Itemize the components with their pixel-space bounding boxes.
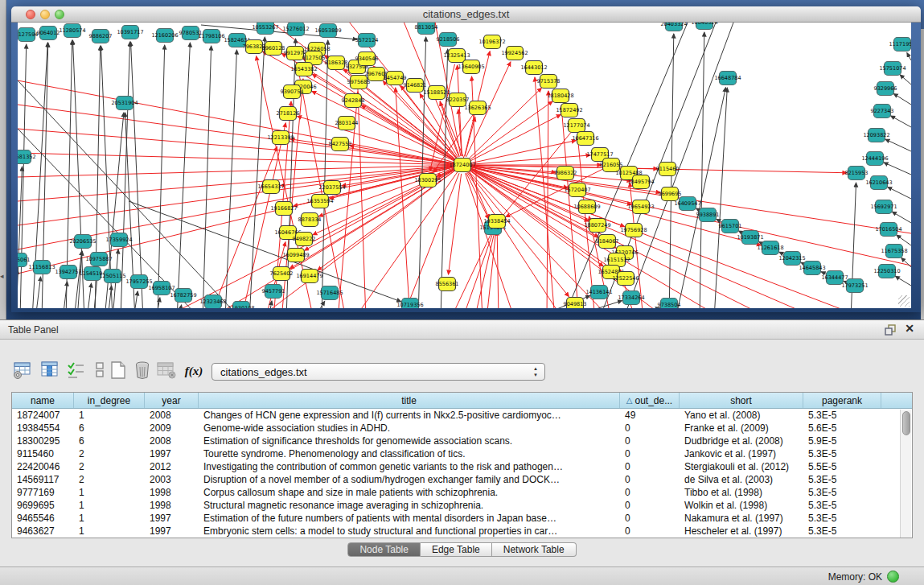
table-cell[interactable]: Wolkin et al. (1998) bbox=[680, 500, 803, 511]
column-header-in_degree[interactable]: in_degree bbox=[74, 393, 145, 408]
graph-node[interactable]: 11171954 bbox=[889, 38, 911, 51]
graph-node[interactable]: 12444196 bbox=[861, 152, 888, 166]
table-cell[interactable]: 0 bbox=[620, 474, 680, 485]
new-column-icon[interactable] bbox=[107, 360, 129, 382]
table-cell[interactable]: 1 bbox=[74, 500, 145, 511]
table-row[interactable]: 1830029562008Estimation of significance … bbox=[12, 435, 912, 447]
delete-column-icon[interactable] bbox=[131, 360, 154, 382]
minimize-button[interactable] bbox=[40, 10, 50, 19]
graph-node[interactable]: 9390754 bbox=[281, 85, 304, 99]
graph-node[interactable]: 5975685 bbox=[347, 76, 371, 89]
table-cell[interactable]: 1998 bbox=[145, 487, 199, 498]
table-cell[interactable]: 1997 bbox=[145, 448, 199, 459]
graph-node[interactable]: 18180428 bbox=[547, 89, 573, 103]
graph-node[interactable]: 16053809 bbox=[314, 24, 341, 38]
graph-node[interactable]: 15751074 bbox=[879, 62, 906, 76]
graph-node[interactable]: 9886207 bbox=[89, 30, 113, 43]
table-cell[interactable]: 5.3E-5 bbox=[803, 410, 881, 421]
graph-node[interactable]: 10719356 bbox=[396, 299, 423, 309]
table-cell[interactable]: 1 bbox=[74, 410, 145, 421]
graph-node[interactable]: 7986322 bbox=[554, 167, 577, 180]
window-titlebar[interactable]: citations_edges.txt bbox=[11, 6, 921, 23]
graph-node[interactable]: 19166827 bbox=[270, 202, 297, 216]
graph-node[interactable]: 9715378 bbox=[537, 75, 561, 89]
graph-node[interactable]: 9064012 bbox=[37, 27, 60, 40]
graph-node[interactable]: 11675358 bbox=[881, 245, 907, 258]
column-header-year[interactable]: year bbox=[145, 393, 199, 408]
graph-node[interactable]: 9184067 bbox=[596, 235, 619, 249]
table-cell[interactable]: 1998 bbox=[145, 500, 199, 511]
float-panel-icon[interactable] bbox=[884, 323, 897, 336]
graph-node[interactable]: 20403324 bbox=[660, 23, 687, 31]
graph-node[interactable]: 16654337 bbox=[257, 180, 284, 194]
table-cell[interactable]: 2009 bbox=[145, 422, 199, 434]
table-cell[interactable]: 0 bbox=[620, 461, 680, 472]
graph-node[interactable]: 10196372 bbox=[478, 35, 505, 49]
table-row[interactable]: 911546021997Tourette syndrome. Phenomeno… bbox=[12, 447, 912, 460]
table-cell[interactable]: 0 bbox=[620, 448, 680, 459]
column-header-title[interactable]: title bbox=[199, 393, 620, 408]
table-mode-icon[interactable] bbox=[11, 360, 34, 382]
table-cell[interactable]: Yano et al. (2008) bbox=[680, 410, 803, 421]
graph-node[interactable]: 11156813 bbox=[28, 261, 55, 274]
table-cell[interactable]: 5.6E-5 bbox=[803, 422, 881, 434]
graph-node[interactable]: 18807249 bbox=[584, 219, 610, 233]
graph-node[interactable]: 15716485 bbox=[316, 286, 343, 300]
graph-node[interactable]: 9218506 bbox=[437, 33, 460, 47]
table-cell[interactable]: 0 bbox=[620, 435, 680, 447]
graph-node[interactable]: 11280574 bbox=[59, 24, 85, 38]
graph-node[interactable]: 8427552 bbox=[329, 138, 352, 151]
memory-status-indicator[interactable] bbox=[887, 571, 899, 583]
graph-node[interactable]: 9049813 bbox=[564, 298, 587, 309]
table-cell[interactable]: Changes of HCN gene expression and I(f) … bbox=[199, 410, 620, 421]
graph-node[interactable]: 10553267 bbox=[252, 23, 278, 35]
graph-node[interactable]: 13942757 bbox=[55, 266, 81, 279]
table-cell[interactable]: 14569117 bbox=[12, 474, 74, 485]
table-cell[interactable]: 5.9E-5 bbox=[803, 435, 881, 447]
select-all-icon[interactable] bbox=[64, 360, 87, 382]
table-cell[interactable]: 5.5E-5 bbox=[803, 461, 881, 472]
table-scrollbar[interactable] bbox=[900, 410, 911, 538]
tab-edge-table[interactable]: Edge Table bbox=[421, 542, 492, 557]
graph-node[interactable]: 9498222 bbox=[293, 233, 316, 246]
tab-node-table[interactable]: Node Table bbox=[347, 542, 421, 557]
graph-node[interactable]: 2803144 bbox=[335, 117, 359, 130]
table-cell[interactable]: 1997 bbox=[145, 525, 199, 537]
close-panel-icon[interactable]: ✕ bbox=[905, 322, 914, 335]
graph-node[interactable]: 9329966 bbox=[874, 82, 897, 96]
table-cell[interactable]: 0 bbox=[620, 500, 680, 511]
graph-node[interactable]: 8127594 bbox=[18, 28, 38, 42]
table-cell[interactable]: 22420046 bbox=[12, 461, 74, 472]
table-cell[interactable]: 2008 bbox=[145, 410, 199, 421]
table-cell[interactable]: 5.3E-5 bbox=[803, 513, 881, 524]
graph-node[interactable]: 17973251 bbox=[841, 279, 868, 293]
table-cell[interactable]: 5.3E-5 bbox=[803, 500, 881, 511]
table-cell[interactable]: 9699695 bbox=[12, 500, 74, 511]
table-row[interactable]: 1872400712008Changes of HCN gene express… bbox=[12, 409, 912, 422]
table-cell[interactable]: 5.3E-5 bbox=[803, 474, 881, 485]
close-button[interactable] bbox=[26, 10, 35, 19]
graph-node[interactable]: 8215953 bbox=[845, 167, 869, 180]
graph-node[interactable]: 8878334 bbox=[298, 213, 322, 227]
graph-node[interactable]: 8813054 bbox=[415, 23, 438, 35]
table-selector-dropdown[interactable]: citations_edges.txt ▲ ▼ bbox=[211, 363, 545, 381]
table-cell[interactable]: Tourette syndrome. Phenomenology and cla… bbox=[199, 448, 620, 459]
table-cell[interactable]: 1 bbox=[74, 513, 145, 524]
table-cell[interactable]: 2 bbox=[74, 461, 145, 472]
table-row[interactable]: 969969511998Structural magnetic resonanc… bbox=[12, 499, 912, 512]
table-cell[interactable]: Dudbridge et al. (2008) bbox=[680, 435, 803, 447]
graph-node[interactable]: 16443012 bbox=[520, 61, 547, 75]
table-cell[interactable]: 9777169 bbox=[12, 487, 74, 498]
table-cell[interactable]: 9463627 bbox=[12, 525, 74, 537]
column-header-out_de[interactable]: △out_de... bbox=[620, 393, 680, 408]
graph-node[interactable]: 5938891 bbox=[696, 208, 720, 222]
network-canvas[interactable]: 8127594906401211280574988620710391717121… bbox=[18, 23, 911, 308]
table-cell[interactable]: 6 bbox=[74, 422, 145, 434]
function-builder-icon[interactable]: f(x) bbox=[180, 360, 207, 382]
graph-node[interactable]: 16353594 bbox=[306, 195, 333, 208]
resize-grip[interactable] bbox=[898, 295, 910, 307]
table-cell[interactable]: 2003 bbox=[145, 474, 199, 485]
table-cell[interactable]: 9465546 bbox=[12, 513, 74, 524]
column-header-short[interactable]: short bbox=[680, 393, 803, 408]
graph-node[interactable]: 12177074 bbox=[563, 119, 589, 133]
